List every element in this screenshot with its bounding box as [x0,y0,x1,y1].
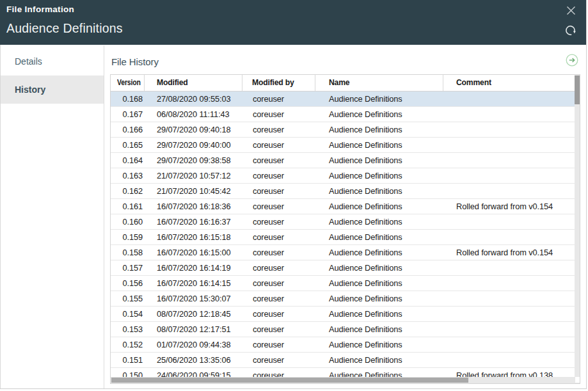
cell-comment [443,260,575,275]
table-row[interactable]: 0.15816/07/2020 16:15:00coreuserAudience… [111,245,580,260]
table-row[interactable]: 0.16116/07/2020 16:18:36coreuserAudience… [111,199,580,214]
column-header-version[interactable]: Version [111,75,145,91]
cell-name: Audience Definitions [315,291,443,306]
cell-modified: 16/07/2020 16:15:00 [145,245,242,260]
table-row[interactable]: 0.15716/07/2020 16:14:19coreuserAudience… [111,260,580,276]
cell-version: 0.164 [111,153,145,168]
cell-modified: 16/07/2020 15:30:07 [145,291,242,306]
table-row[interactable]: 0.15616/07/2020 16:14:15coreuserAudience… [111,276,580,291]
cell-modified: 29/07/2020 09:40:18 [145,122,242,137]
cell-name: Audience Definitions [315,138,443,152]
cell-modifiedby: coreuser [242,322,315,337]
cell-name: Audience Definitions [315,260,443,275]
cell-comment [443,168,575,183]
cell-name: Audience Definitions [315,353,443,367]
cell-modified: 16/07/2020 16:14:15 [145,276,242,291]
file-title: Audience Definitions [6,21,123,36]
table-row[interactable]: 0.15916/07/2020 16:15:18coreuserAudience… [111,230,580,245]
cell-modified: 06/08/2020 11:11:43 [145,107,242,122]
cell-modifiedby: coreuser [242,337,315,352]
cell-comment [443,122,575,137]
cell-modified: 25/06/2020 13:35:06 [145,353,242,367]
dialog-border-right [586,0,587,389]
table-row[interactable]: 0.16629/07/2020 09:40:18coreuserAudience… [111,122,580,138]
cell-version: 0.167 [111,107,145,122]
cell-modified: 29/07/2020 09:38:58 [145,153,242,168]
cell-comment [443,276,575,291]
cell-modifiedby: coreuser [242,122,315,137]
cell-name: Audience Definitions [315,184,443,198]
refresh-icon[interactable] [564,24,576,36]
cell-comment [443,184,575,198]
cell-version: 0.163 [111,168,145,183]
vertical-scrollbar-thumb[interactable] [575,76,580,104]
cell-name: Audience Definitions [315,153,443,168]
dialog-border-bottom [0,388,587,389]
cell-modifiedby: coreuser [242,214,315,229]
sidebar-item-details[interactable]: Details [1,47,104,76]
cell-comment [443,337,575,352]
table-row[interactable]: 0.15308/07/2020 12:17:51coreuserAudience… [111,322,580,337]
cell-modifiedby: coreuser [242,353,315,367]
cell-modifiedby: coreuser [242,291,315,306]
column-header-comment[interactable]: Comment [443,75,575,91]
cell-comment [443,138,575,152]
close-icon[interactable] [566,6,576,15]
horizontal-scrollbar-thumb[interactable] [111,378,468,383]
column-header-modifiedby[interactable]: Modified by [242,75,315,91]
cell-version: 0.160 [111,214,145,229]
cell-modifiedby: coreuser [242,138,315,152]
cell-version: 0.157 [111,260,145,275]
cell-modifiedby: coreuser [242,153,315,168]
cell-modifiedby: coreuser [242,107,315,122]
sidebar-item-history[interactable]: History [1,76,104,104]
table-row[interactable]: 0.15408/07/2020 12:18:45coreuserAudience… [111,307,580,322]
cell-name: Audience Definitions [315,337,443,352]
table-row[interactable]: 0.15125/06/2020 13:35:06coreuserAudience… [111,353,580,368]
cell-comment [443,230,575,244]
table-row[interactable]: 0.16827/08/2020 09:55:03coreuserAudience… [111,92,580,107]
cell-modified: 16/07/2020 16:15:18 [145,230,242,244]
cell-version: 0.153 [111,322,145,337]
vertical-scrollbar[interactable] [575,75,580,377]
table-row[interactable]: 0.16429/07/2020 09:38:58coreuserAudience… [111,153,580,168]
cell-comment: Rolled forward from v0.154 [443,199,575,214]
table-row[interactable]: 0.15516/07/2020 15:30:07coreuserAudience… [111,291,580,307]
cell-modifiedby: coreuser [242,92,315,106]
cell-modified: 08/07/2020 12:18:45 [145,307,242,321]
cell-modifiedby: coreuser [242,245,315,260]
cell-version: 0.166 [111,122,145,137]
table-row[interactable]: 0.16321/07/2020 10:57:12coreuserAudience… [111,168,580,184]
table-row[interactable]: 0.16706/08/2020 11:11:43coreuserAudience… [111,107,580,122]
cell-name: Audience Definitions [315,92,443,106]
table-row[interactable]: 0.16221/07/2020 10:45:42coreuserAudience… [111,184,580,199]
circled-right-arrow-icon[interactable] [566,54,578,67]
column-header-modified[interactable]: Modified [145,75,242,91]
cell-modified: 29/07/2020 09:40:00 [145,138,242,152]
table-row[interactable]: 0.16016/07/2020 16:16:37coreuserAudience… [111,214,580,230]
cell-modifiedby: coreuser [242,184,315,198]
cell-modifiedby: coreuser [242,260,315,275]
dialog-border-left [0,45,1,389]
cell-name: Audience Definitions [315,168,443,183]
table-header-row: VersionModifiedModified byNameComment [111,75,580,92]
sidebar: DetailsHistory [1,45,104,388]
cell-version: 0.155 [111,291,145,306]
table-body: 0.16827/08/2020 09:55:03coreuserAudience… [111,92,580,383]
cell-modified: 16/07/2020 16:16:37 [145,214,242,229]
table-row[interactable]: 0.16529/07/2020 09:40:00coreuserAudience… [111,138,580,153]
cell-modifiedby: coreuser [242,199,315,214]
cell-version: 0.159 [111,230,145,244]
table-row[interactable]: 0.15201/07/2020 09:44:38coreuserAudience… [111,337,580,353]
cell-modified: 16/07/2020 16:18:36 [145,199,242,214]
cell-version: 0.161 [111,199,145,214]
cell-name: Audience Definitions [315,322,443,337]
cell-version: 0.151 [111,353,145,367]
cell-comment [443,107,575,122]
cell-modified: 01/07/2020 09:44:38 [145,337,242,352]
cell-modifiedby: coreuser [242,307,315,321]
cell-version: 0.158 [111,245,145,260]
column-header-name[interactable]: Name [315,75,443,91]
cell-name: Audience Definitions [315,245,443,260]
dialog-header: File Information Audience Definitions [0,0,587,45]
